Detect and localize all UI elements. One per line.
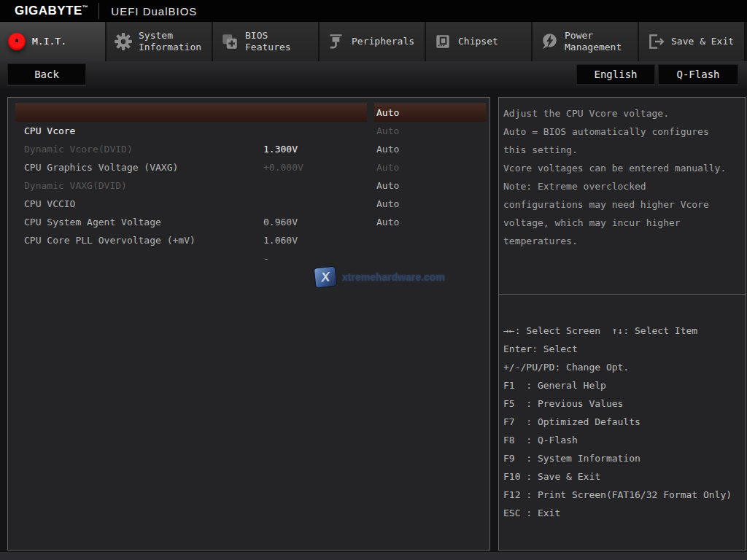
chip-icon <box>432 32 454 51</box>
tab-system-information[interactable]: System Information <box>107 22 213 61</box>
setting-option: Auto <box>374 122 486 140</box>
watermark-text: xtremehardware.com <box>342 271 445 283</box>
setting-label: CPU Core PLL Overvoltage (+mV) <box>24 231 196 249</box>
settings-panel: CPU Vcore 1.300V Auto Dynamic Vcore(DVID… <box>7 97 490 551</box>
exit-door-icon <box>645 32 667 51</box>
setting-value: - <box>263 249 269 268</box>
tab-peripherals[interactable]: Peripherals <box>320 22 426 61</box>
setting-option[interactable]: Auto <box>374 140 486 158</box>
folders-plus-icon <box>219 32 241 51</box>
tab-label: M.I.T. <box>32 36 66 47</box>
tab-label: Power Management <box>565 30 638 53</box>
bottom-strip <box>0 552 747 560</box>
setting-option[interactable]: Auto <box>374 104 486 122</box>
setting-row-cpu-vcore[interactable]: CPU Vcore 1.300V Auto <box>8 104 489 122</box>
setting-option[interactable]: Auto <box>374 195 486 213</box>
title-bar: GIGABYTE™ UEFI DualBIOS <box>0 0 747 22</box>
tab-bios-features[interactable]: BIOS Features <box>213 22 320 61</box>
tab-save-exit[interactable]: Save & Exit <box>639 22 746 61</box>
titlebar-divider <box>98 3 99 19</box>
main-menu-tabbar: M.I.T. System Information BIOS Features <box>0 22 747 61</box>
watermark: X xtremehardware.com <box>314 267 445 287</box>
setting-option[interactable]: Auto <box>374 176 486 195</box>
red-ball-icon <box>6 33 28 50</box>
peripherals-plug-icon <box>325 32 347 51</box>
tab-chipset[interactable]: Chipset <box>426 22 533 61</box>
settings-rows: CPU Vcore 1.300V Auto Dynamic Vcore(DVID… <box>8 104 489 231</box>
toolbar: Back English Q-Flash <box>0 61 747 89</box>
tab-power-management[interactable]: Power Management <box>533 22 639 61</box>
setting-row-cpu-graphics-voltage[interactable]: CPU Graphics Voltage (VAXG) Auto <box>8 140 489 158</box>
tab-label: Chipset <box>458 36 498 47</box>
tab-label: Save & Exit <box>671 36 734 47</box>
watermark-x-icon: X <box>314 266 338 289</box>
item-help-text: Adjust the CPU Vcore voltage. Auto = BIO… <box>499 98 746 295</box>
language-button[interactable]: English <box>576 64 655 85</box>
tab-label: System Information <box>139 30 212 53</box>
setting-row-cpu-system-agent[interactable]: CPU System Agent Voltage 1.060V Auto <box>8 195 489 213</box>
setting-row-cpu-vccio[interactable]: CPU VCCIO 0.960V Auto <box>8 176 489 195</box>
setting-row-cpu-core-pll[interactable]: CPU Core PLL Overvoltage (+mV) - Auto <box>8 213 489 231</box>
back-button[interactable]: Back <box>7 63 86 85</box>
setting-option[interactable]: Auto <box>374 213 486 231</box>
qflash-button[interactable]: Q-Flash <box>658 64 738 85</box>
gigabyte-logo: GIGABYTE™ <box>15 4 88 18</box>
setting-row-dynamic-vcore: Dynamic Vcore(DVID) +0.000V Auto <box>8 122 489 140</box>
lightning-icon <box>538 32 560 51</box>
help-panel: Adjust the CPU Vcore voltage. Auto = BIO… <box>498 97 746 551</box>
bios-title: UEFI DualBIOS <box>111 5 197 18</box>
setting-value: 1.060V <box>263 231 298 249</box>
tab-mit[interactable]: M.I.T. <box>0 22 107 61</box>
tab-label: Peripherals <box>352 36 414 47</box>
tab-label: BIOS Features <box>245 30 318 53</box>
key-hints: →←: Select Screen ↑↓: Select Item Enter:… <box>499 295 746 550</box>
gear-icon <box>112 32 134 51</box>
setting-row-dynamic-vaxg: Dynamic VAXG(DVID) Auto <box>8 158 489 176</box>
setting-option: Auto <box>374 158 486 176</box>
